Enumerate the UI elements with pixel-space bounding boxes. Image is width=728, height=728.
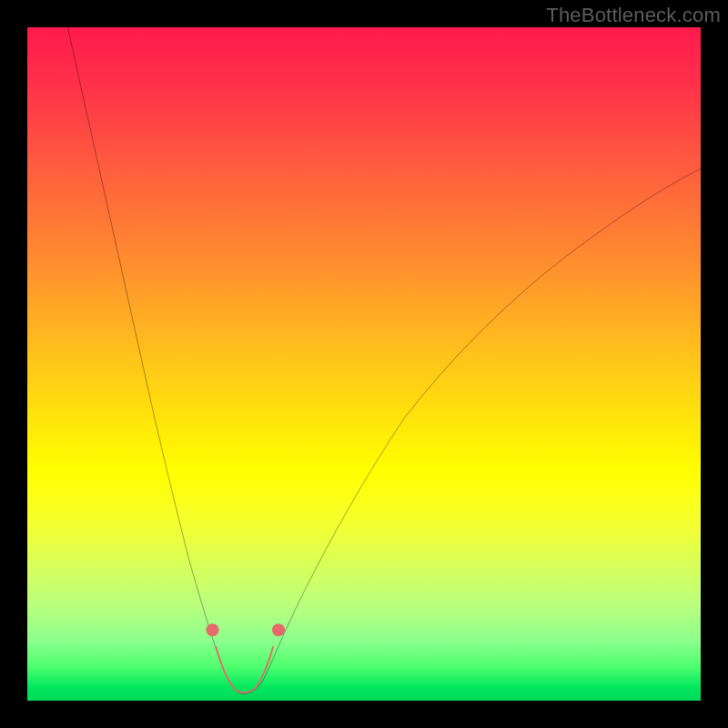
plot-area	[27, 27, 701, 701]
chart-frame: TheBottleneck.com	[0, 0, 728, 728]
marker-dot-left	[206, 623, 218, 636]
highlight-segment	[216, 647, 273, 693]
curve-path	[67, 27, 701, 694]
watermark-text: TheBottleneck.com	[546, 4, 721, 27]
bottleneck-curve	[27, 27, 701, 701]
marker-dot-right	[272, 623, 285, 636]
